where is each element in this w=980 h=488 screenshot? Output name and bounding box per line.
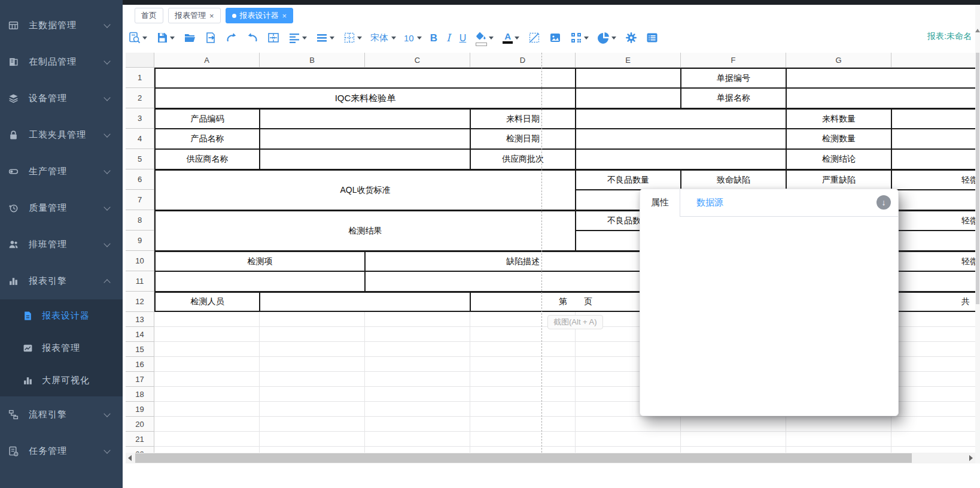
close-tab-icon[interactable]: × [282,12,287,20]
form-cell-r6c6[interactable]: 严重缺陷 [786,169,891,190]
open-folder-button[interactable] [183,31,196,44]
sheet-cell[interactable] [891,387,975,402]
underline-button[interactable]: U [459,32,467,44]
page-tab-1[interactable]: 报表管理× [168,8,221,23]
qrcode-button[interactable] [570,31,589,44]
form-cell-r1c5[interactable]: 单据编号 [681,68,786,88]
form-cell-r3c0[interactable]: 产品编码 [154,108,260,129]
column-header-A[interactable]: A [154,53,260,68]
sidebar-item-8[interactable]: 流程引擎 [0,396,123,433]
form-cell-r5c6[interactable]: 检测结论 [786,149,891,169]
row-header-9[interactable]: 9 [126,231,154,251]
form-cell-r3c6[interactable]: 来料数量 [786,108,891,129]
form-cell-r4c6[interactable]: 检测数量 [786,129,891,149]
sheet-cell[interactable] [365,402,470,417]
sheet-cell[interactable] [891,357,975,372]
column-header-B[interactable]: B [260,53,365,68]
redo-button[interactable] [225,31,238,44]
sheet-cell[interactable] [260,417,365,432]
row-header-4[interactable]: 4 [126,129,154,149]
sheet-cell[interactable] [891,312,975,327]
sidebar-item-6[interactable]: 排班管理 [0,226,123,263]
font-family-select[interactable]: 宋体 [370,32,396,44]
sheet-cell[interactable] [365,447,470,453]
form-cell-r5c3[interactable]: 供应商批次 [470,149,576,169]
sheet-cell[interactable] [154,357,260,372]
sheet-cell[interactable] [365,357,470,372]
sheet-cell[interactable] [154,312,260,327]
form-cell-r10c7[interactable]: 轻微缺陷 [891,251,975,271]
image-button[interactable] [549,31,562,44]
form-cell-r3c7[interactable] [891,108,975,129]
sidebar-item-4[interactable]: 生产管理 [0,153,123,190]
sheet-cell[interactable] [576,432,681,447]
form-cell-r2c0[interactable]: IQC来料检验单 [154,88,576,108]
form-cell-r1c6[interactable] [786,68,975,88]
bold-button[interactable]: B [430,32,438,44]
sheet-cell[interactable] [365,327,470,342]
form-cell-r4c0[interactable]: 产品名称 [154,129,260,149]
form-cell-r8c7[interactable]: 轻微缺陷 [891,210,975,231]
form-cell-r1c0[interactable] [154,68,576,88]
save-button[interactable] [156,31,175,44]
sheet-cell[interactable] [260,402,365,417]
sheet-cell[interactable] [470,372,576,387]
row-header-2[interactable]: 2 [126,88,154,108]
sheet-cell[interactable] [891,417,975,432]
form-cell-r12c7[interactable]: 共 页 [891,292,975,312]
form-cell-r5c4[interactable] [576,149,786,169]
form-cell-r10c0[interactable]: 检测项 [154,251,365,271]
scroll-left-arrow[interactable] [128,455,132,461]
sidebar-item-sub-1[interactable]: 报表管理 [0,332,123,364]
form-cell-r5c1[interactable] [260,149,470,169]
sheet-cell[interactable] [365,432,470,447]
form-cell-r10c2[interactable]: 缺陷描述 [365,251,681,271]
row-header-21[interactable]: 21 [126,432,154,447]
sidebar-item-7[interactable]: 报表引擎 [0,263,123,299]
form-cell-r12c0[interactable]: 检测人员 [154,292,260,312]
sheet-cell[interactable] [154,402,260,417]
page-tab-2[interactable]: 报表设计器× [226,8,294,23]
form-cell-r1c4[interactable] [576,68,681,88]
panel-tab-properties[interactable]: 属性 [640,189,680,216]
sheet-cell[interactable] [260,372,365,387]
column-header-D[interactable]: D [470,53,576,68]
form-cell-r2c6[interactable] [786,88,975,108]
row-header-15[interactable]: 15 [126,342,154,357]
form-cell-r4c4[interactable] [576,129,786,149]
form-cell-r2c4[interactable] [576,88,681,108]
form-cell-r9c7[interactable] [891,231,975,251]
sheet-cell[interactable] [260,357,365,372]
form-cell-r11c0[interactable] [154,271,365,292]
row-header-13[interactable]: 13 [126,312,154,327]
sheet-cell[interactable] [681,432,786,447]
sheet-cell[interactable] [260,387,365,402]
sheet-cell[interactable] [891,447,975,453]
form-cell-r7c7[interactable] [891,190,975,210]
sheet-cell[interactable] [681,447,786,453]
sheet-cell[interactable] [365,312,470,327]
sidebar-item-9[interactable]: 任务管理 [0,433,123,469]
undo-button[interactable] [246,31,259,44]
row-header-11[interactable]: 11 [126,271,154,292]
page-tab-0[interactable]: 首页 [135,8,163,23]
row-header-12[interactable]: 12 [126,292,154,312]
sheet-cell[interactable] [470,402,576,417]
form-cell-r6c4[interactable]: 不良品数量 [576,169,681,190]
row-header-10[interactable]: 10 [126,251,154,271]
fill-color-button[interactable] [474,29,494,47]
sheet-cell[interactable] [576,447,681,453]
row-header-22[interactable]: 22 [126,447,154,453]
sidebar-item-sub-2[interactable]: 大屏可视化 [0,364,123,396]
scroll-up-arrow[interactable] [975,29,980,32]
column-header-F[interactable]: F [681,53,786,68]
sheet-cell[interactable] [891,327,975,342]
line-style-button[interactable] [315,31,335,44]
horizontal-scrollbar[interactable] [126,453,975,463]
vertical-scrollbar[interactable] [975,5,980,463]
row-header-1[interactable]: 1 [126,68,154,88]
sheet-cell[interactable] [260,327,365,342]
sheet-cell[interactable] [260,432,365,447]
form-cell-r3c1[interactable] [260,108,470,129]
preview-button[interactable] [128,31,148,44]
